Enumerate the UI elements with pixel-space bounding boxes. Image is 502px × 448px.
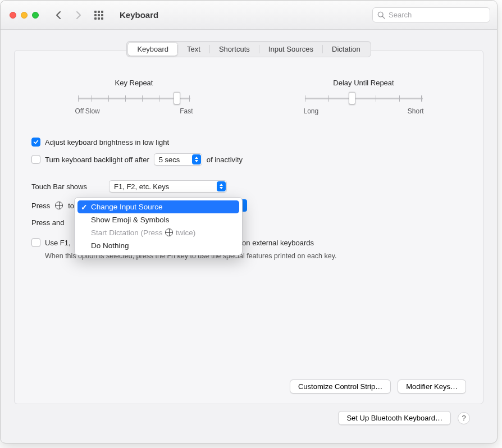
grid-icon bbox=[94, 11, 103, 20]
traffic-lights bbox=[10, 12, 39, 19]
help-button[interactable]: ? bbox=[458, 412, 470, 424]
forward-button[interactable] bbox=[72, 9, 85, 21]
use-fkeys-suffix: s on external keyboards bbox=[236, 239, 314, 247]
press-globe-prefix: Press bbox=[31, 202, 50, 210]
menu-item-show-emoji[interactable]: Show Emoji & Symbols bbox=[77, 213, 239, 226]
checkmark-icon: ✓ bbox=[81, 203, 88, 212]
search-field[interactable] bbox=[372, 7, 490, 22]
delay-group: Delay Until Repeat Long Short bbox=[299, 79, 428, 115]
menu-item-label: Do Nothing bbox=[91, 241, 129, 250]
tab-keyboard[interactable]: Keyboard bbox=[128, 43, 177, 56]
globe-icon bbox=[165, 228, 173, 236]
touchbar-shows-row: Touch Bar shows F1, F2, etc. Keys bbox=[31, 180, 466, 193]
backlight-off-row: Turn keyboard backlight off after 5 secs… bbox=[31, 153, 466, 166]
menu-item-label: Change Input Source bbox=[91, 203, 163, 211]
customize-control-strip-button[interactable]: Customize Control Strip… bbox=[290, 380, 391, 394]
search-icon bbox=[377, 11, 385, 19]
close-button[interactable] bbox=[10, 12, 16, 19]
backlight-dropdown-value: 5 secs bbox=[159, 156, 180, 164]
touchbar-shows-label: Touch Bar shows bbox=[31, 182, 104, 191]
menu-item-do-nothing[interactable]: Do Nothing bbox=[77, 239, 239, 252]
key-repeat-off-label: Off bbox=[75, 107, 84, 115]
preferences-window: Keyboard Keyboard Text Shortcuts Input S… bbox=[0, 0, 498, 444]
delay-long-label: Long bbox=[304, 107, 319, 115]
tab-input-sources[interactable]: Input Sources bbox=[259, 43, 322, 56]
backlight-off-checkbox[interactable] bbox=[31, 155, 40, 164]
delay-slider[interactable] bbox=[305, 93, 423, 104]
sliders-row: Key Repeat Off bbox=[36, 79, 462, 115]
stepper-icon bbox=[217, 181, 226, 191]
stepper-icon bbox=[192, 154, 201, 164]
tab-text[interactable]: Text bbox=[178, 43, 209, 56]
tab-bar: Keyboard Text Shortcuts Input Sources Di… bbox=[1, 41, 497, 57]
menu-item-start-dictation: Start Dictation (Press twice) bbox=[77, 226, 239, 239]
window-title: Keyboard bbox=[120, 10, 158, 20]
touchbar-shows-dropdown[interactable]: F1, F2, etc. Keys bbox=[109, 180, 227, 193]
globe-action-menu: ✓ Change Input Source Show Emoji & Symbo… bbox=[74, 197, 243, 255]
content-area: Keyboard Text Shortcuts Input Sources Di… bbox=[1, 30, 497, 443]
key-repeat-label: Key Repeat bbox=[115, 79, 153, 87]
adjust-brightness-row: Adjust keyboard brightness in low light bbox=[31, 138, 466, 147]
key-repeat-slider[interactable] bbox=[78, 93, 190, 104]
search-input[interactable] bbox=[389, 11, 485, 19]
press-globe-row: Press to ✓ Change Input Source Show Emoj… bbox=[31, 199, 466, 212]
press-and-label: Press and bbox=[31, 218, 65, 227]
key-repeat-fast-label: Fast bbox=[180, 107, 193, 115]
press-globe-suffix: to bbox=[68, 202, 74, 210]
delay-label: Delay Until Repeat bbox=[333, 79, 394, 87]
backlight-off-suffix: of inactivity bbox=[207, 156, 243, 164]
touchbar-shows-value: F1, F2, etc. Keys bbox=[114, 182, 169, 191]
adjust-brightness-checkbox[interactable] bbox=[31, 138, 40, 147]
setup-bluetooth-keyboard-button[interactable]: Set Up Bluetooth Keyboard… bbox=[338, 411, 451, 425]
show-all-button[interactable] bbox=[93, 9, 105, 21]
tab-dictation[interactable]: Dictation bbox=[323, 43, 369, 56]
window-footer: Set Up Bluetooth Keyboard… ? bbox=[14, 404, 483, 434]
menu-item-change-input-source[interactable]: ✓ Change Input Source bbox=[77, 200, 239, 213]
svg-line-1 bbox=[382, 16, 385, 19]
minimize-button[interactable] bbox=[21, 12, 28, 19]
titlebar: Keyboard bbox=[1, 1, 497, 30]
back-button[interactable] bbox=[52, 9, 65, 21]
adjust-brightness-label: Adjust keyboard brightness in low light bbox=[45, 138, 169, 147]
key-repeat-group: Key Repeat Off bbox=[70, 79, 199, 115]
nav-buttons bbox=[52, 9, 105, 21]
panel-buttons: Customize Control Strip… Modifier Keys… bbox=[31, 368, 466, 394]
settings-panel: Key Repeat Off bbox=[14, 50, 483, 404]
use-fkeys-prefix: Use F1, bbox=[45, 239, 71, 247]
menu-item-label: Show Emoji & Symbols bbox=[91, 216, 170, 224]
delay-short-label: Short bbox=[408, 107, 424, 115]
backlight-off-prefix: Turn keyboard backlight off after bbox=[45, 156, 149, 164]
zoom-button[interactable] bbox=[32, 12, 39, 19]
tab-shortcuts[interactable]: Shortcuts bbox=[210, 43, 259, 56]
menu-item-label: Start Dictation (Press twice) bbox=[91, 228, 195, 237]
key-repeat-slow-label: Slow bbox=[85, 107, 100, 115]
use-fkeys-checkbox[interactable] bbox=[31, 238, 40, 247]
backlight-dropdown[interactable]: 5 secs bbox=[154, 153, 202, 166]
modifier-keys-button[interactable]: Modifier Keys… bbox=[398, 380, 466, 394]
globe-icon bbox=[55, 202, 63, 209]
